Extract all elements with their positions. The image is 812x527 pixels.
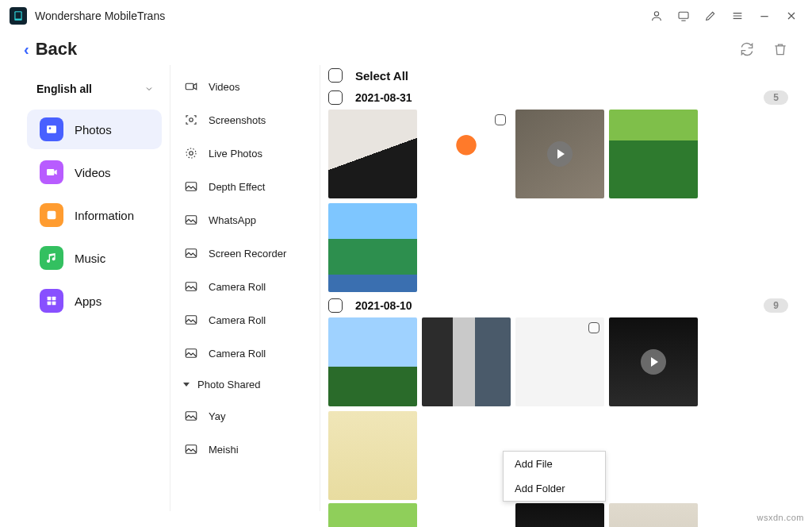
photo-thumbnail[interactable]: [422, 503, 511, 527]
feedback-icon[interactable]: [672, 5, 695, 27]
sub-cameraroll[interactable]: Camera Roll: [170, 337, 320, 370]
svg-rect-7: [48, 211, 56, 220]
sub-videos[interactable]: Videos: [170, 70, 320, 103]
group-count: 9: [764, 298, 788, 313]
photo-thumbnail[interactable]: [422, 317, 511, 406]
menu-icon[interactable]: [726, 5, 749, 27]
minimize-button[interactable]: [753, 5, 776, 27]
video-thumbnail[interactable]: [515, 110, 604, 198]
thumbnail-row: [324, 502, 793, 527]
photo-thumbnail[interactable]: [515, 317, 604, 406]
svg-rect-6: [47, 169, 54, 175]
svg-rect-18: [186, 249, 197, 258]
content-pane: Select All 2021-08-31 5 2021-08-10 9: [320, 65, 793, 511]
sub-cameraroll[interactable]: Camera Roll: [170, 270, 320, 303]
svg-rect-11: [52, 302, 56, 306]
watermark: wsxdn.com: [756, 513, 804, 522]
photo-thumbnail[interactable]: [328, 110, 417, 198]
image-icon: [183, 312, 199, 328]
thumb-checkbox[interactable]: [495, 114, 506, 125]
image-icon: [183, 212, 199, 228]
chevron-down-icon: [144, 84, 154, 94]
information-icon: [40, 203, 63, 227]
photo-thumbnail[interactable]: [609, 503, 698, 527]
svg-rect-12: [186, 83, 193, 90]
select-all-label: Select All: [355, 69, 408, 83]
nav-videos[interactable]: Videos: [27, 152, 162, 192]
videos-icon: [40, 160, 63, 184]
nav-apps[interactable]: Apps: [27, 281, 162, 321]
svg-rect-20: [186, 316, 197, 325]
edit-icon[interactable]: [699, 5, 722, 27]
back-button[interactable]: ‹ Back: [24, 39, 77, 60]
group-count: 5: [764, 90, 788, 105]
group-checkbox[interactable]: [328, 298, 343, 313]
video-thumbnail[interactable]: [609, 317, 698, 406]
sub-screenshots[interactable]: Screenshots: [170, 103, 320, 137]
sub-whatsapp[interactable]: WhatsApp: [170, 203, 320, 237]
photo-thumbnail[interactable]: [328, 411, 417, 500]
video-icon: [183, 79, 199, 94]
refresh-icon[interactable]: [734, 37, 760, 62]
svg-point-14: [190, 152, 193, 156]
music-icon: [40, 246, 63, 270]
sub-yay[interactable]: Yay: [170, 399, 320, 433]
category-sidebar: English all Photos Videos Information Mu…: [19, 65, 170, 511]
nav-music[interactable]: Music: [27, 238, 162, 278]
main-body: English all Photos Videos Information Mu…: [0, 65, 812, 521]
image-icon: [183, 441, 199, 457]
photo-thumbnail[interactable]: [328, 317, 417, 406]
photo-thumbnail[interactable]: [609, 110, 698, 198]
triangle-down-icon: [183, 383, 190, 387]
nav-label: Information: [75, 209, 134, 222]
image-icon: [183, 408, 199, 424]
svg-rect-8: [48, 297, 52, 301]
nav-photos[interactable]: Photos: [27, 110, 162, 149]
select-all-row: Select All: [324, 65, 793, 86]
thumb-checkbox[interactable]: [588, 322, 599, 333]
svg-rect-3: [679, 12, 688, 18]
svg-rect-21: [186, 349, 197, 358]
nav-label: Apps: [75, 294, 102, 308]
svg-rect-4: [47, 125, 56, 133]
apps-icon: [40, 289, 63, 313]
svg-rect-22: [186, 412, 197, 421]
svg-rect-1: [16, 12, 21, 18]
back-row: ‹ Back: [0, 32, 812, 65]
photo-thumbnail[interactable]: [328, 203, 417, 292]
svg-point-15: [186, 148, 196, 158]
sub-photoshared-header[interactable]: Photo Shared: [170, 370, 320, 399]
sub-deptheffect[interactable]: Depth Effect: [170, 170, 320, 203]
group-checkbox[interactable]: [328, 90, 343, 105]
select-all-checkbox[interactable]: [328, 68, 343, 83]
nav-label: Photos: [75, 123, 112, 137]
group-date: 2021-08-10: [355, 299, 412, 312]
back-label: Back: [36, 39, 78, 60]
close-button[interactable]: [780, 5, 802, 27]
sub-livephotos[interactable]: Live Photos: [170, 137, 320, 170]
sub-screenrecorder[interactable]: Screen Recorder: [170, 237, 320, 270]
app-title: Wondershare MobileTrans: [35, 10, 165, 22]
svg-rect-16: [186, 183, 197, 191]
photo-thumbnail[interactable]: [328, 503, 417, 527]
image-icon: [183, 179, 199, 194]
video-thumbnail[interactable]: [515, 503, 604, 527]
nav-label: Music: [75, 252, 105, 265]
language-selector[interactable]: English all: [19, 75, 170, 106]
svg-rect-10: [48, 302, 52, 306]
trash-icon[interactable]: [768, 37, 793, 62]
context-add-folder[interactable]: Add Folder: [504, 476, 605, 501]
sub-cameraroll[interactable]: Camera Roll: [170, 303, 320, 337]
play-icon: [547, 141, 573, 167]
sub-meishi[interactable]: Meishi: [170, 433, 320, 466]
thumbnail-row: [324, 108, 793, 294]
photo-thumbnail[interactable]: [422, 110, 511, 198]
nav-information[interactable]: Information: [27, 195, 162, 235]
livephoto-icon: [183, 145, 199, 161]
image-icon: [183, 245, 199, 261]
group-date: 2021-08-31: [355, 91, 412, 104]
account-icon[interactable]: [645, 5, 668, 27]
context-add-file[interactable]: Add File: [504, 452, 605, 476]
play-icon: [641, 349, 666, 375]
screenshot-icon: [183, 112, 199, 128]
